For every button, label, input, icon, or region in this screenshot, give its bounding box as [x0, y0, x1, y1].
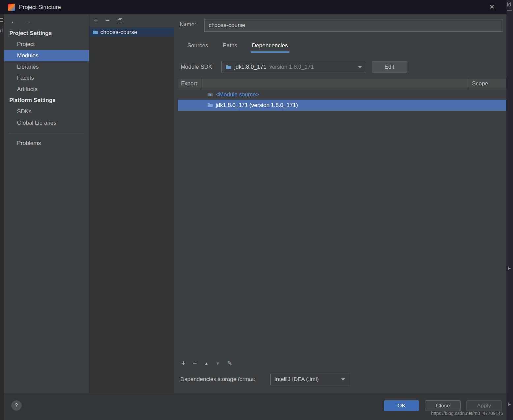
help-button[interactable]: ? — [11, 400, 22, 411]
sdk-folder-icon — [226, 64, 231, 70]
chevron-down-icon — [341, 378, 345, 381]
watermark: https://blog.csdn.net/m0_47709146 — [431, 411, 503, 416]
apply-button[interactable]: Apply — [466, 400, 502, 411]
dependency-row-module-source[interactable]: <Module source> — [178, 89, 506, 100]
divider — [9, 133, 84, 133]
sidebar: ← → Project Settings Project Modules Lib… — [4, 14, 89, 393]
close-button[interactable]: Close — [425, 400, 461, 411]
name-label: Name: — [180, 21, 196, 28]
column-header-scope[interactable]: Scope — [469, 78, 506, 89]
remove-module-icon[interactable]: − — [106, 17, 110, 24]
project-structure-window: Project Structure ✕ ← → Project Settings… — [0, 0, 513, 420]
add-module-icon[interactable]: + — [94, 17, 98, 24]
dependency-row-jdk[interactable]: jdk1.8.0_171 (version 1.8.0_171) — [178, 100, 506, 111]
sidebar-item-global-libraries[interactable]: Global Libraries — [4, 117, 89, 128]
intellij-idea-logo-icon — [8, 4, 15, 11]
column-header-export[interactable]: Export — [178, 78, 202, 89]
forward-arrow-icon: → — [24, 17, 31, 25]
chevron-down-icon — [358, 66, 362, 68]
module-icon — [93, 30, 98, 35]
section-header-platform-settings: Platform Settings — [4, 95, 89, 106]
background-text-fragment: F — [508, 401, 511, 407]
tab-dependencies[interactable]: Dependencies — [251, 40, 289, 53]
close-icon[interactable]: ✕ — [489, 3, 495, 11]
sdk-name: jdk1.8.0_171 — [234, 64, 266, 70]
tab-paths[interactable]: Paths — [221, 40, 238, 53]
module-sdk-dropdown[interactable]: jdk1.8.0_171 version 1.8.0_171 — [221, 61, 366, 73]
history-nav: ← → — [4, 14, 89, 28]
background-menu-icon — [0, 17, 3, 23]
sidebar-item-sdks[interactable]: SDKs — [4, 106, 89, 117]
background-text-fragment: ld — [507, 2, 511, 8]
sdk-version: version 1.8.0_171 — [269, 64, 314, 70]
tab-sources[interactable]: Sources — [186, 40, 209, 53]
background-left-sliver: rl — [0, 14, 4, 420]
section-header-project-settings: Project Settings — [4, 28, 89, 39]
editor-tabs: Sources Paths Dependencies — [186, 40, 289, 53]
titlebar: Project Structure ✕ — [0, 0, 506, 14]
sidebar-item-modules[interactable]: Modules — [4, 50, 89, 61]
module-name-input[interactable] — [204, 19, 503, 32]
sidebar-item-project[interactable]: Project — [4, 39, 89, 50]
remove-dependency-icon[interactable]: − — [193, 359, 197, 368]
move-down-icon[interactable]: ▼ — [216, 361, 220, 366]
footer: ? OK Close Apply https://blog.csdn.net/m… — [4, 393, 506, 420]
dependencies-toolbar: + − ▲ ▼ ✎ — [178, 358, 232, 368]
back-arrow-icon[interactable]: ← — [11, 17, 17, 25]
storage-format-value: IntelliJ IDEA (.iml) — [274, 376, 319, 383]
modules-list-panel: + − choose-course — [89, 14, 174, 393]
window-title: Project Structure — [19, 0, 61, 14]
module-list-item[interactable]: choose-course — [89, 28, 174, 37]
storage-format-dropdown[interactable]: IntelliJ IDEA (.iml) — [270, 374, 349, 385]
copy-module-icon[interactable] — [117, 18, 123, 23]
storage-format-label: Dependencies storage format: — [180, 374, 255, 385]
module-editor: Name: Sources Paths Dependencies Module … — [174, 14, 506, 393]
ok-button[interactable]: OK — [384, 400, 419, 411]
sidebar-item-artifacts[interactable]: Artifacts — [4, 84, 89, 95]
column-header-item — [202, 78, 469, 89]
module-name: choose-course — [100, 29, 137, 36]
dependency-label: <Module source> — [216, 91, 259, 98]
jdk-folder-icon — [207, 102, 213, 108]
sidebar-item-facets[interactable]: Facets — [4, 72, 89, 84]
modules-toolbar: + − — [89, 14, 174, 27]
dependencies-table-header: Export Scope — [178, 78, 506, 89]
module-sdk-row: Module SDK: jdk1.8.0_171 version 1.8.0_1… — [174, 61, 506, 73]
background-text-fragment: F — [508, 266, 511, 271]
edit-dependency-icon[interactable]: ✎ — [227, 360, 232, 367]
module-source-folder-icon — [207, 92, 213, 97]
module-sdk-label: Module SDK: — [181, 61, 214, 73]
background-right-sliver: ld F F — [506, 0, 513, 420]
sidebar-item-libraries[interactable]: Libraries — [4, 61, 89, 72]
add-dependency-icon[interactable]: + — [181, 359, 185, 368]
background-underline-fragment — [507, 10, 512, 11]
background-text-fragment: rl — [0, 28, 3, 33]
sidebar-item-problems[interactable]: Problems — [4, 138, 89, 149]
dependencies-table: Export Scope <Module source> j — [178, 78, 506, 111]
edit-sdk-button[interactable]: Edit — [372, 61, 407, 73]
dependency-label: jdk1.8.0_171 (version 1.8.0_171) — [216, 102, 298, 109]
move-up-icon[interactable]: ▲ — [204, 361, 209, 366]
